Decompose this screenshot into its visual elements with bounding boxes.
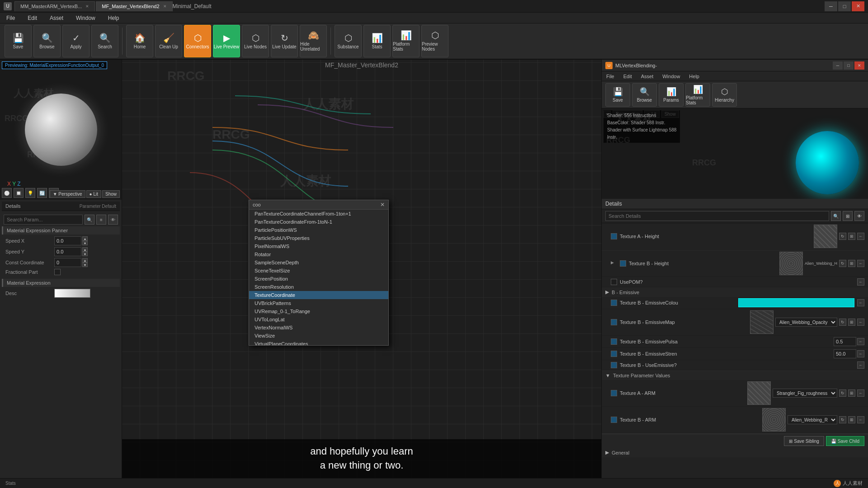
toolbar-livepreview-button[interactable]: ▶ Live Preview [213,25,240,57]
tab-1-close[interactable]: ✕ [85,4,89,9]
toolbar-stats-button[interactable]: 📊 Stats [363,25,391,57]
toolbar-home-button[interactable]: 🏠 Home [126,25,153,57]
toolbar-livenodes-button[interactable]: ⬡ Live Nodes [242,25,269,57]
secondary-browse-button[interactable]: 🔍 Browse [632,83,657,107]
texB-expand[interactable]: ▶ [611,260,617,267]
texB-emissivemap-action-3[interactable]: ← [857,319,864,326]
toolbar-platformstats-button[interactable]: 📊 Platform Stats [392,25,420,57]
toolbar-cleanup-button[interactable]: 🧹 Clean Up [155,25,182,57]
show-dropdown[interactable]: Show [102,190,120,198]
tab-1[interactable]: MM_MasterARM_VertexB... ✕ [14,1,95,11]
toolbar-save-button[interactable]: 💾 Save [5,25,32,57]
secondary-params-button[interactable]: 📊 Params [659,83,684,107]
texB-arm-checkbox[interactable] [611,417,617,423]
popup-item-3[interactable]: ParticleSubUVProperties [249,234,388,242]
perspective-dropdown[interactable]: ▼ Perspective [50,190,85,198]
texB-action-1[interactable]: ↻ [839,260,846,267]
toolbar-search-button[interactable]: 🔍 Search [91,25,118,57]
texB-arm-action-2[interactable]: ⊞ [848,416,855,423]
coord-up[interactable]: ▲ [82,258,88,263]
texA-action-1[interactable]: ↻ [839,233,846,240]
details-search-input[interactable] [605,211,829,221]
popup-item-6[interactable]: SampleSceneDepth [249,258,388,267]
secondary-menu-help[interactable]: Help [687,73,701,80]
menu-edit[interactable]: Edit [25,14,40,22]
texA-arm-action-1[interactable]: ↻ [839,389,846,397]
texA-thumbnail[interactable] [814,225,837,248]
menu-window[interactable]: Window [73,14,98,22]
view-toggle-button[interactable]: ≡ [96,215,106,225]
secondary-save-button[interactable]: 💾 Save [605,83,630,107]
texB-emissivepulse-checkbox[interactable] [611,338,617,345]
texB-action-3[interactable]: ← [857,260,864,267]
secondary-minimize[interactable]: ─ [833,61,843,70]
desc-color-swatch[interactable] [54,289,90,298]
preview-ctrl-2[interactable]: 🔲 [14,188,24,198]
texB-useemissive-checkbox[interactable] [611,362,617,368]
usepom-action[interactable]: ← [857,278,864,286]
popup-item-9[interactable]: ScreenResolution [249,283,388,291]
lit-dropdown[interactable]: ● Lit [86,190,101,198]
menu-file[interactable]: File [4,14,18,22]
popup-item-1[interactable]: PanTextureCoordinateFrom-1toN-1 [249,218,388,226]
texA-arm-thumb[interactable] [747,381,771,405]
texA-action-3[interactable]: ← [857,233,864,240]
details-eye-button[interactable]: 👁 [854,211,864,221]
popup-item-4[interactable]: PixelNormalWS [249,242,388,250]
texA-arm-dropdown[interactable]: Strangler_Fig_roughness [773,389,837,398]
texB-emissivemap-checkbox[interactable] [611,319,617,325]
secondary-menu-edit[interactable]: Edit [622,73,634,80]
speedy-input[interactable] [54,247,81,256]
texB-emissivemap-action-1[interactable]: ↻ [839,319,846,326]
texB-thumbnail[interactable] [779,252,803,275]
texB-emissivemap-action-2[interactable]: ⊞ [848,319,855,326]
speedx-input[interactable] [54,236,81,245]
preview-ctrl-1[interactable]: ⚪ [2,188,12,198]
usepom-checkbox[interactable] [611,279,617,285]
popup-item-13[interactable]: UVToLongLat [249,315,388,324]
texB-arm-action-3[interactable]: ← [857,416,864,423]
popup-item-11[interactable]: UVBrickPatterns [249,299,388,307]
texB-arm-thumb[interactable] [762,408,786,432]
speedx-up[interactable]: ▲ [82,236,88,241]
secondary-maximize[interactable]: □ [844,61,854,70]
general-section-header[interactable]: ▶ General [602,448,868,457]
texB-emissivemap-thumb[interactable] [750,310,774,334]
secondary-menu-asset[interactable]: Asset [639,73,656,80]
toolbar-previewnodes-button[interactable]: ⬡ Preview Nodes [421,25,448,57]
toolbar-browse-button[interactable]: 🔍 Browse [33,25,61,57]
popup-item-8[interactable]: ScreenPosition [249,275,388,283]
toolbar-liveupdate-button[interactable]: ↻ Live Update [271,25,298,57]
texB-emissivepulse-input[interactable] [834,337,856,346]
texA-action-2[interactable]: ⊞ [848,233,855,240]
tab-2-close[interactable]: ✕ [163,4,167,9]
emissive-color-bar[interactable] [738,298,855,307]
tab-2[interactable]: MF_Master_VertexBlend2 ✕ [96,1,172,11]
preview-ctrl-3[interactable]: 💡 [25,188,35,198]
texB-emissivestrength-checkbox[interactable] [611,351,617,357]
popup-item-5[interactable]: Rotator [249,250,388,258]
texB-checkbox[interactable] [620,260,626,267]
texA-checkbox[interactable] [611,233,617,239]
popup-item-7[interactable]: SceneTexelSize [249,267,388,275]
toolbar-connectors-button[interactable]: ⬡ Connectors [184,25,211,57]
texB-arm-action-1[interactable]: ↻ [839,416,846,423]
secondary-menu-window[interactable]: Window [660,73,682,80]
fracpart-checkbox[interactable] [54,269,61,275]
minimize-button[interactable]: ─ [825,1,837,11]
save-sibling-button[interactable]: ⊞ Save Sibling [784,436,824,446]
param-search-input[interactable] [4,215,83,225]
coord-input[interactable] [54,258,81,267]
popup-item-10[interactable]: TextureCoordinate [249,291,388,299]
texB-emissivemap-dropdown[interactable]: Alien_Webbing_Opacity [775,318,837,327]
maximize-button[interactable]: □ [838,1,851,11]
menu-help[interactable]: Help [105,14,122,22]
popup-list[interactable]: PanTextureCoordinateChannelFrom-1ton+1 P… [249,210,388,345]
popup-item-15[interactable]: ViewSize [249,332,388,340]
save-child-button[interactable]: 💾 Save Child [826,436,864,446]
toolbar-apply-button[interactable]: ✓ Apply [62,25,90,57]
secondary-hierarchy-button[interactable]: ⬡ Hierarchy [712,83,737,107]
texB-emissivestrength-input[interactable] [834,349,856,358]
menu-asset[interactable]: Asset [47,14,66,22]
popup-item-12[interactable]: UVRemap_0-1_ToRange [249,307,388,315]
